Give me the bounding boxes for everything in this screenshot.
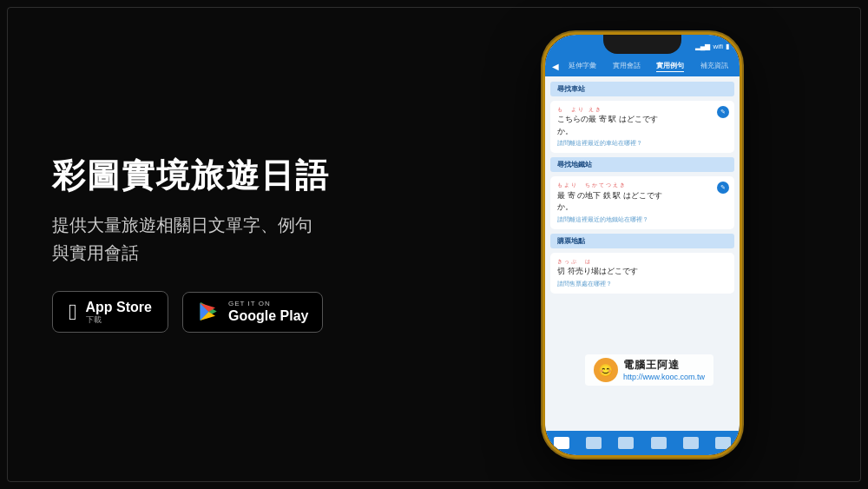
furigana-1: もより ちかてつえき (557, 182, 727, 190)
wifi-icon: wifi (713, 42, 723, 50)
signal-icon: ▂▄▆ (695, 42, 711, 50)
status-right-icons: ▂▄▆ wifi ▮ (695, 42, 729, 50)
chinese-1: 請問離這裡最近的地鐵站在哪裡？ (557, 215, 727, 224)
battery-icon: ▮ (726, 42, 729, 50)
subtitle: 提供大量旅遊相關日文單字、例句 與實用會話 (52, 211, 382, 267)
bottom-nav-3[interactable] (651, 437, 667, 449)
section-header-1: 尋找地鐵站 (550, 157, 734, 172)
google-play-button[interactable]: GET IT ON Google Play (182, 292, 323, 333)
watermark-text: 電腦王阿達 http://www.kooc.com.tw (623, 358, 705, 381)
nav-tab-3[interactable]: 補充資訊 (700, 62, 728, 72)
bottom-nav-1[interactable] (586, 437, 602, 449)
furigana-0: も より えき (557, 106, 727, 115)
phrase-card-2: きっぷ は 切 符売り場はどこです 請問售票處在哪裡？ (550, 253, 734, 294)
google-play-big-label: Google Play (228, 307, 308, 324)
watermark-avatar: 😊 (594, 358, 618, 382)
main-title: 彩圖實境旅遊日語 (52, 156, 382, 196)
japanese-1: 最 寄 の地下 鉄 駅 はどこですか。 (557, 190, 727, 214)
content-left: 彩圖實境旅遊日語 提供大量旅遊相關日文單字、例句 與實用會話  App Sto… (0, 122, 417, 368)
japanese-0: こちらの最 寄 駅 はどこですか。 (557, 114, 727, 137)
app-store-big-label: App Store (86, 299, 152, 315)
subtitle-line1: 提供大量旅遊相關日文單字、例句 (52, 215, 312, 235)
phrase-card-1: もより ちかてつえき 最 寄 の地下 鉄 駅 はどこですか。 請問離這裡最近的地… (550, 176, 734, 229)
japanese-2: 切 符売り場はどこです (557, 266, 727, 278)
app-store-button[interactable]:  App Store 下載 (52, 291, 168, 333)
watermark-title: 電腦王阿達 (623, 358, 705, 373)
nav-tab-0[interactable]: 延伸字彙 (569, 62, 596, 72)
google-play-icon (197, 300, 221, 324)
apple-icon:  (69, 301, 77, 323)
furigana-2: きっぷ は (557, 258, 727, 267)
google-play-text: GET IT ON Google Play (228, 300, 308, 325)
bottom-nav-2[interactable] (618, 437, 634, 449)
back-arrow[interactable]: ◀ (552, 62, 559, 71)
section-header-0: 尋找車站 (550, 82, 734, 96)
bottom-nav-5[interactable] (715, 437, 731, 449)
card-edit-icon-0[interactable] (717, 106, 729, 118)
phone-container: 5:29 ▂▄▆ wifi ▮ ◀ 延伸字彙 實用會話 實用例句 補充資訊 (417, 0, 868, 489)
google-play-small-label: GET IT ON (228, 300, 308, 308)
phone-screen: 5:29 ▂▄▆ wifi ▮ ◀ 延伸字彙 實用會話 實用例句 補充資訊 (545, 35, 740, 455)
card-edit-icon-1[interactable] (717, 182, 729, 194)
app-store-sub-label: 下載 (86, 315, 152, 325)
store-buttons:  App Store 下載 GET IT ON Google Play (52, 291, 382, 333)
phone-mockup: 5:29 ▂▄▆ wifi ▮ ◀ 延伸字彙 實用會話 實用例句 補充資訊 (542, 32, 742, 458)
nav-bar: ◀ 延伸字彙 實用會話 實用例句 補充資訊 (545, 57, 740, 76)
chinese-2: 請問售票處在哪裡？ (557, 280, 727, 288)
nav-tab-2[interactable]: 實用例句 (656, 62, 684, 72)
app-store-text: App Store 下載 (86, 299, 152, 325)
section-header-2: 購票地點 (550, 234, 734, 248)
nav-tabs: 延伸字彙 實用會話 實用例句 補充資訊 (564, 62, 733, 72)
watermark-overlay: 😊 電腦王阿達 http://www.kooc.com.tw (585, 354, 713, 386)
chinese-0: 請問離這裡最近的車站在哪裡？ (557, 139, 727, 148)
phrase-card-0: も より えき こちらの最 寄 駅 はどこですか。 請問離這裡最近的車站在哪裡？ (550, 101, 734, 154)
bottom-nav-0[interactable] (554, 437, 569, 449)
subtitle-line2: 與實用會話 (52, 243, 139, 262)
nav-tab-1[interactable]: 實用會話 (613, 62, 641, 72)
bottom-nav-4[interactable] (683, 437, 699, 449)
watermark-url: http://www.kooc.com.tw (623, 373, 705, 381)
phone-notch (603, 35, 681, 54)
phone-bottom-bar (545, 431, 740, 455)
